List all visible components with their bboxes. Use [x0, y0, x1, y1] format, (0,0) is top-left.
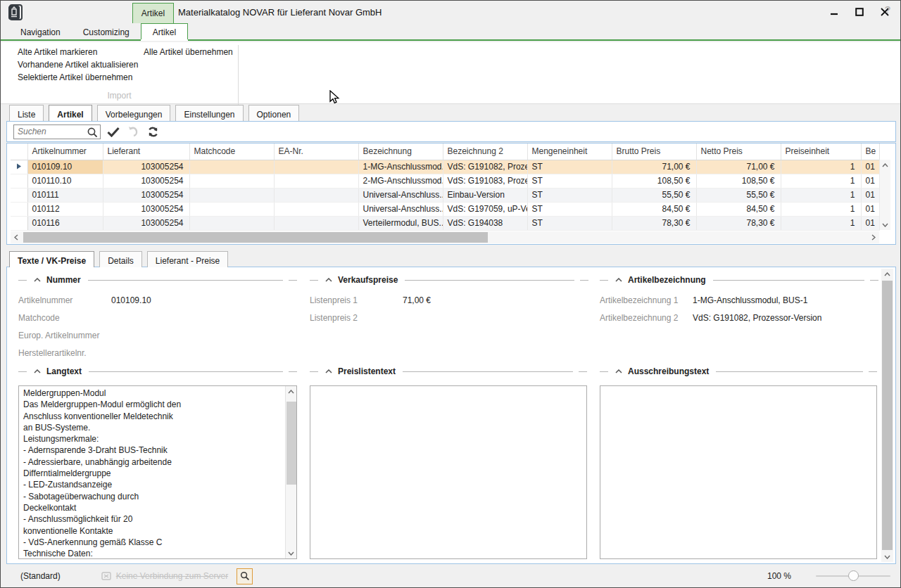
langtext-textarea[interactable]: Meldergruppen-Modul Das Meldergruppen-Mo…	[18, 385, 297, 559]
article-grid: Artikelnummer Lieferant Matchcode EA-Nr.…	[6, 143, 896, 245]
ribbon-command-group: Alte Artikel markieren Vorhandene Artike…	[15, 46, 141, 84]
tab-optionen[interactable]: Optionen	[248, 105, 300, 121]
scroll-left-icon[interactable]	[11, 231, 22, 243]
mouse-cursor	[329, 90, 341, 106]
section-ausschreibungstext: Ausschreibungstext	[600, 366, 877, 559]
collapse-chevron-icon[interactable]	[34, 369, 41, 373]
contextual-tab-artikel[interactable]: Artikel	[132, 3, 174, 23]
ribbon-tab-artikel[interactable]: Artikel	[141, 23, 188, 39]
table-row[interactable]: 010112 103005254 Universal-Anschluss... …	[11, 202, 879, 216]
ribbon-tab-customizing[interactable]: Customizing	[72, 23, 141, 39]
current-row-marker[interactable]	[11, 160, 27, 174]
grid-vertical-scrollbar[interactable]	[879, 160, 890, 230]
tab-liste[interactable]: Liste	[9, 105, 44, 121]
column-header[interactable]: Lieferant	[103, 143, 189, 160]
column-header[interactable]: Brutto Preis	[612, 143, 696, 160]
grid-horizontal-scrollbar[interactable]	[11, 231, 879, 243]
section-header-artikelbezeichnung[interactable]: Artikelbezeichnung	[600, 274, 878, 286]
section-verkaufspreise: Verkaufspreise Listenpreis 171,00 € List…	[310, 274, 588, 331]
table-row[interactable]: 010110.10 103005254 2-MG-Anschlussmod...…	[11, 174, 879, 188]
collapse-chevron-icon[interactable]	[325, 369, 332, 373]
row-arrow-icon	[16, 163, 22, 170]
langtext-scrollbar[interactable]	[285, 386, 296, 558]
scroll-down-icon[interactable]	[881, 551, 893, 562]
collapse-chevron-icon[interactable]	[34, 278, 41, 282]
tab-vorbelegungen[interactable]: Vorbelegungen	[97, 105, 171, 121]
tab-einstellungen[interactable]: Einstellungen	[175, 105, 243, 121]
refresh-icon[interactable]	[146, 124, 160, 139]
tab-texte-vk-preise[interactable]: Texte / VK-Preise	[9, 251, 94, 267]
table-row[interactable]: 010109.10 103005254 1-MG-Anschlussmod...…	[11, 160, 879, 174]
update-existing-articles-button[interactable]: Vorhandene Artikel aktualisieren	[15, 58, 141, 71]
undo-icon[interactable]	[126, 124, 140, 139]
column-header[interactable]: Preiseinheit	[781, 143, 861, 160]
search-icon	[240, 571, 250, 581]
scroll-up-icon[interactable]	[880, 160, 890, 170]
maximize-button[interactable]	[851, 5, 868, 19]
ribbon-command-group: Alle Artikel übernehmen	[141, 46, 236, 58]
window-title: Materialkatalog NOVAR für Lieferant Nova…	[178, 7, 382, 18]
artikelbezeichnung1-field[interactable]: 1-MG-Anschlussmodul, BUS-1	[693, 295, 807, 305]
preislistentext-textarea[interactable]	[310, 385, 587, 559]
column-header[interactable]: Bezeichnung 2	[443, 143, 527, 160]
listenpreis1-field[interactable]: 71,00 €	[403, 295, 431, 305]
app-icon[interactable]	[8, 4, 23, 21]
artikelnummer-field[interactable]: 010109.10	[111, 295, 151, 305]
scroll-up-icon[interactable]	[286, 386, 296, 397]
scroll-down-icon[interactable]	[286, 548, 296, 558]
scroll-down-icon[interactable]	[880, 219, 890, 230]
window-controls	[826, 5, 893, 19]
connection-status: Keine Verbindung zum Server	[101, 571, 228, 581]
search-toolbar	[6, 121, 896, 142]
help-icon[interactable]: ?	[885, 4, 890, 15]
section-header-preislistentext[interactable]: Preislistentext	[310, 366, 587, 377]
section-header-ausschreibungstext[interactable]: Ausschreibungstext	[600, 366, 877, 377]
app-window: Artikel Materialkatalog NOVAR für Liefer…	[0, 0, 901, 588]
section-header-langtext[interactable]: Langtext	[18, 366, 297, 377]
tab-artikel[interactable]: Artikel	[49, 105, 92, 121]
grid-header-row: Artikelnummer Lieferant Matchcode EA-Nr.…	[11, 143, 879, 160]
minimize-button[interactable]	[826, 5, 843, 19]
column-header[interactable]: EA-Nr.	[274, 143, 358, 160]
scrollbar-thumb[interactable]	[882, 281, 893, 550]
field-label: Artikelnummer	[18, 295, 111, 305]
apply-all-articles-button[interactable]: Alle Artikel übernehmen	[141, 46, 236, 58]
column-header[interactable]: Mengeneinheit	[527, 143, 612, 160]
table-row[interactable]: 010116 103005254 Verteilermodul, BUS... …	[11, 216, 879, 230]
collapse-chevron-icon[interactable]	[325, 278, 332, 282]
page-tab-bar: Liste Artikel Vorbelegungen Einstellunge…	[9, 105, 299, 121]
field-label: Listenpreis 1	[310, 295, 403, 305]
collapse-chevron-icon[interactable]	[615, 369, 622, 373]
ribbon-tab-navigation[interactable]: Navigation	[9, 23, 72, 39]
column-header[interactable]: Bezeichnung	[358, 143, 443, 160]
zoom-slider[interactable]	[816, 568, 890, 584]
search-box	[13, 124, 101, 139]
section-preislistentext: Preislistentext	[310, 366, 587, 559]
column-header[interactable]: Artikelnummer	[27, 143, 103, 160]
column-header[interactable]: Be	[861, 143, 879, 160]
ausschreibungstext-textarea[interactable]	[600, 385, 877, 559]
collapse-chevron-icon[interactable]	[615, 278, 622, 282]
artikelbezeichnung2-field[interactable]: VdS: G191082, Prozessor-Version	[693, 313, 821, 323]
field-label: Artikelbezeichnung 2	[600, 313, 693, 323]
apply-selected-articles-button[interactable]: Selektierte Artikel übernehmen	[15, 71, 141, 84]
scrollbar-thumb[interactable]	[286, 402, 296, 485]
section-nummer: Nummer Artikelnummer010109.10 Matchcode …	[18, 274, 297, 366]
detail-panel-scrollbar[interactable]	[881, 269, 893, 562]
column-header[interactable]: Netto Preis	[696, 143, 781, 160]
status-search-button[interactable]	[237, 568, 253, 584]
field-label: Listenpreis 2	[310, 313, 403, 323]
column-header[interactable]: Matchcode	[189, 143, 274, 160]
mark-old-articles-button[interactable]: Alte Artikel markieren	[15, 46, 141, 58]
slider-thumb[interactable]	[848, 570, 859, 581]
scrollbar-thumb[interactable]	[23, 232, 488, 243]
scroll-right-icon[interactable]	[868, 231, 879, 243]
section-header-verkaufspreise[interactable]: Verkaufspreise	[310, 274, 588, 286]
search-icon[interactable]	[87, 127, 99, 141]
tab-lieferant-preise[interactable]: Lieferant - Preise	[147, 251, 228, 267]
tab-details[interactable]: Details	[99, 251, 142, 267]
confirm-icon[interactable]	[106, 124, 120, 139]
table-row[interactable]: 010111 103005254 Universal-Anschluss... …	[11, 188, 879, 202]
section-header-nummer[interactable]: Nummer	[18, 274, 297, 286]
scroll-up-icon[interactable]	[881, 269, 893, 279]
